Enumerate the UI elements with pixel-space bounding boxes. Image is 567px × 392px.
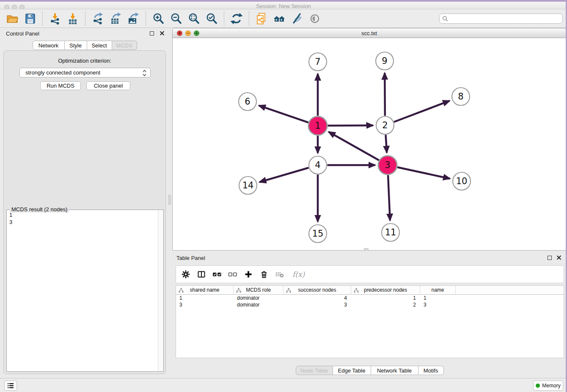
table-panel-tabs: Node Table Edge Table Network Table Moti… — [172, 366, 567, 375]
result-line: 1 — [9, 211, 155, 218]
control-panel-title: Control Panel — [6, 30, 39, 37]
hierarchy-icon — [179, 288, 184, 294]
graph-edge-1-6[interactable] — [259, 105, 308, 122]
hierarchy-icon — [354, 288, 359, 294]
graph-node-label-10: 10 — [456, 176, 468, 186]
graph-edge-1-2[interactable] — [328, 125, 373, 126]
optimization-criterion-label: Optimization criterion: — [4, 58, 165, 64]
graph-edge-4-14[interactable] — [259, 168, 308, 182]
import-network-icon[interactable] — [49, 12, 61, 25]
import-table-icon[interactable] — [66, 12, 79, 25]
toggle-panel-columns-icon[interactable] — [197, 270, 206, 279]
table-splitter-grip[interactable] — [364, 248, 369, 251]
column-header-successor-nodes[interactable]: successor nodes — [284, 286, 351, 294]
toolbar-separator — [224, 11, 224, 26]
window-title: Session: New Session — [0, 3, 567, 9]
network-window-titlebar[interactable]: scc.txt — [172, 28, 566, 38]
table-options-gear-icon[interactable] — [181, 270, 190, 279]
mcds-tab-content: Optimization criterion: strongly connect… — [3, 50, 166, 374]
graph-node-label-15: 15 — [312, 229, 324, 239]
titlebar: Session: New Session — [0, 0, 567, 9]
graph-node-label-2: 2 — [382, 120, 388, 130]
delete-table-icon[interactable] — [275, 270, 284, 279]
deselect-all-rows-icon[interactable] — [228, 270, 237, 279]
column-header-shared-name[interactable]: shared name — [176, 286, 234, 294]
run-mcds-button[interactable]: Run MCDS — [40, 81, 81, 90]
graph-edge-3-10[interactable] — [397, 167, 450, 179]
tab-node-table[interactable]: Node Table — [296, 366, 333, 375]
birds-eye-view-icon[interactable] — [308, 12, 321, 25]
memory-label: Memory — [542, 383, 560, 389]
column-header-predecessor-nodes[interactable]: predecessor nodes — [351, 286, 420, 294]
graph-node-label-14: 14 — [242, 180, 254, 190]
table-row[interactable]: 1 dominator 4 1 1 — [176, 295, 564, 301]
graph-edge-2-9[interactable] — [385, 73, 385, 116]
graph-node-label-8: 8 — [458, 91, 463, 102]
mcds-result-text[interactable]: 1 3 — [7, 210, 158, 371]
mcds-result-group: MCDS result (2 nodes) 1 3 — [6, 210, 164, 372]
tab-select[interactable]: Select — [87, 41, 112, 50]
panel-splitter-grip[interactable] — [168, 195, 171, 205]
tab-style[interactable]: Style — [65, 41, 87, 50]
delete-column-icon[interactable] — [259, 270, 269, 279]
tab-motifs[interactable]: Motifs — [418, 366, 444, 375]
table-row[interactable]: 3 dominator 3 2 3 — [176, 301, 564, 308]
graph-edge-2-8[interactable] — [394, 101, 449, 122]
close-table-panel-icon[interactable] — [556, 254, 562, 260]
export-table-icon[interactable] — [109, 12, 122, 25]
graph-node-label-11: 11 — [385, 227, 396, 237]
application-window: Session: New Session — [0, 0, 567, 392]
select-all-rows-icon[interactable] — [212, 270, 222, 279]
first-neighbors-icon[interactable] — [273, 12, 286, 25]
open-session-icon[interactable] — [6, 12, 19, 25]
table-toolbar: f(x) — [176, 265, 564, 283]
zoom-out-icon[interactable] — [170, 12, 182, 25]
graph-edge-3-11[interactable] — [388, 175, 390, 220]
table-panel-title: Table Panel — [176, 255, 205, 261]
save-session-icon[interactable] — [24, 12, 36, 25]
tab-network-table[interactable]: Network Table — [371, 366, 418, 375]
zoom-fit-icon[interactable] — [187, 12, 200, 25]
column-header-name[interactable]: name — [420, 286, 456, 294]
hierarchy-icon — [286, 288, 291, 294]
function-builder-icon[interactable]: f(x) — [291, 270, 305, 279]
control-panel-tabs: Network Style Select MCDS — [0, 41, 169, 50]
graph-node-label-7: 7 — [315, 57, 320, 67]
zoom-in-icon[interactable] — [152, 12, 165, 25]
network-graph[interactable]: 7968124314101511 — [173, 38, 566, 250]
export-network-icon[interactable] — [91, 12, 104, 25]
hierarchy-icon — [236, 288, 241, 294]
show-panel-list-button[interactable] — [4, 381, 17, 391]
float-table-panel-icon[interactable] — [548, 256, 552, 260]
status-bar: Memory — [0, 378, 567, 392]
tab-network[interactable]: Network — [33, 41, 65, 50]
clone-network-icon[interactable] — [255, 12, 268, 25]
svg-text:f(x): f(x) — [292, 270, 305, 279]
result-scrollbar-track[interactable] — [158, 210, 163, 371]
show-hide-graphics-details-icon[interactable] — [291, 12, 303, 25]
add-column-icon[interactable] — [244, 270, 253, 279]
criterion-dropdown[interactable]: strongly connected component — [19, 68, 151, 77]
export-image-icon[interactable] — [127, 12, 140, 25]
refresh-view-icon[interactable] — [230, 12, 243, 25]
search-icon — [442, 16, 449, 24]
search-input[interactable] — [439, 14, 563, 24]
tab-edge-table[interactable]: Edge Table — [333, 366, 371, 375]
network-canvas[interactable]: 7968124314101511 — [172, 38, 566, 251]
close-panel-icon[interactable] — [159, 30, 165, 36]
node-table: shared name MCDS role successor nodes pr… — [176, 285, 564, 358]
toolbar-separator — [85, 11, 85, 26]
graph-edge-2-3[interactable] — [385, 135, 387, 152]
result-line: 3 — [9, 218, 155, 226]
tab-mcds[interactable]: MCDS — [112, 41, 137, 50]
toolbar-separator — [249, 11, 249, 26]
close-panel-button[interactable]: Close panel — [86, 81, 130, 90]
memory-button[interactable]: Memory — [533, 381, 563, 391]
toolbar-separator — [146, 11, 146, 26]
dropdown-stepper-icon — [142, 69, 147, 78]
graph-edge-3-1[interactable] — [329, 132, 379, 160]
column-header-mcds-role[interactable]: MCDS role — [234, 286, 284, 294]
network-window-title: scc.txt — [173, 30, 566, 36]
float-panel-icon[interactable] — [150, 31, 154, 36]
zoom-selected-icon[interactable] — [205, 12, 218, 25]
